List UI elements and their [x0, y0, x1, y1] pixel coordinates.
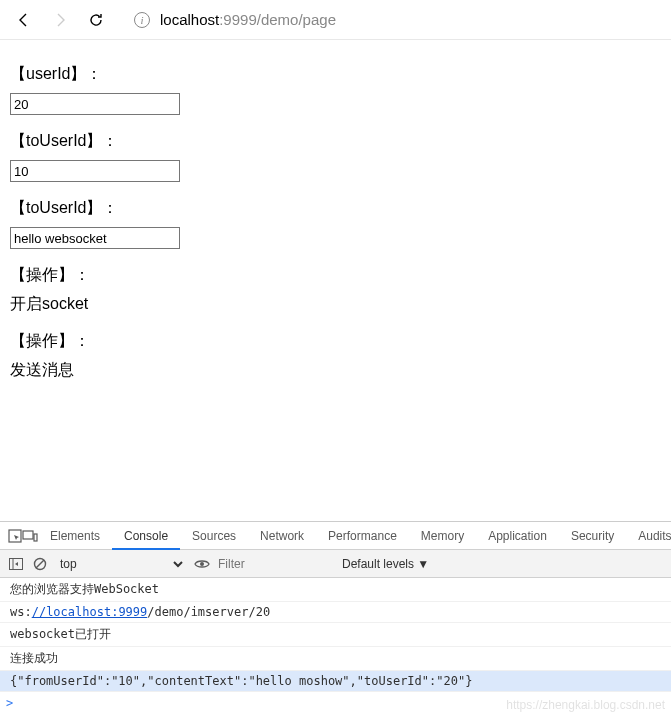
svg-rect-2 [34, 534, 37, 541]
console-line: 您的浏览器支持WebSocket [0, 578, 671, 602]
address-bar[interactable]: i localhost:9999/demo/page [134, 11, 655, 28]
tab-sources[interactable]: Sources [180, 522, 248, 550]
refresh-icon[interactable] [88, 12, 104, 28]
tab-memory[interactable]: Memory [409, 522, 476, 550]
userid-input[interactable] [10, 93, 180, 115]
device-toggle-icon[interactable] [22, 529, 38, 543]
console-line: websocket已打开 [0, 623, 671, 647]
url-text: localhost:9999/demo/page [160, 11, 336, 28]
tab-console[interactable]: Console [112, 522, 180, 550]
console-line: {"fromUserId":"10","contentText":"hello … [0, 671, 671, 692]
console-toolbar: top Default levels ▼ [0, 550, 671, 578]
touserid-input[interactable] [10, 160, 180, 182]
sidebar-toggle-icon[interactable] [8, 556, 24, 572]
live-expr-icon[interactable] [194, 556, 210, 572]
send-message-button[interactable]: 发送消息 [10, 360, 661, 381]
tab-network[interactable]: Network [248, 522, 316, 550]
console-line: ws://localhost:9999/demo/imserver/20 [0, 602, 671, 623]
tab-elements[interactable]: Elements [38, 522, 112, 550]
filter-input[interactable] [218, 553, 328, 575]
tab-performance[interactable]: Performance [316, 522, 409, 550]
console-line: 连接成功 [0, 647, 671, 671]
info-icon: i [134, 12, 150, 28]
message-input[interactable] [10, 227, 180, 249]
devtools-panel: Elements Console Sources Network Perform… [0, 521, 671, 714]
svg-line-6 [36, 560, 44, 568]
tab-application[interactable]: Application [476, 522, 559, 550]
levels-dropdown[interactable]: Default levels ▼ [342, 557, 429, 571]
console-prompt[interactable]: > [0, 692, 671, 714]
console-link[interactable]: //localhost:9999 [32, 605, 148, 619]
console-output: 您的浏览器支持WebSocket ws://localhost:9999/dem… [0, 578, 671, 692]
browser-navbar: i localhost:9999/demo/page [0, 0, 671, 40]
tab-security[interactable]: Security [559, 522, 626, 550]
back-icon[interactable] [16, 12, 32, 28]
touserid-label: 【toUserId】： [10, 131, 661, 152]
tab-audits[interactable]: Audits [626, 522, 671, 550]
clear-console-icon[interactable] [32, 556, 48, 572]
devtools-tabbar: Elements Console Sources Network Perform… [0, 522, 671, 550]
op1-label: 【操作】： [10, 265, 661, 286]
svg-rect-1 [23, 531, 33, 539]
svg-point-7 [200, 562, 204, 566]
context-select[interactable]: top [56, 553, 186, 575]
forward-icon[interactable] [52, 12, 68, 28]
open-socket-button[interactable]: 开启socket [10, 294, 661, 315]
inspect-icon[interactable] [8, 529, 22, 543]
op2-label: 【操作】： [10, 331, 661, 352]
message-label: 【toUserId】： [10, 198, 661, 219]
userid-label: 【userId】： [10, 64, 661, 85]
page-content: 【userId】： 【toUserId】： 【toUserId】： 【操作】： … [0, 40, 671, 397]
